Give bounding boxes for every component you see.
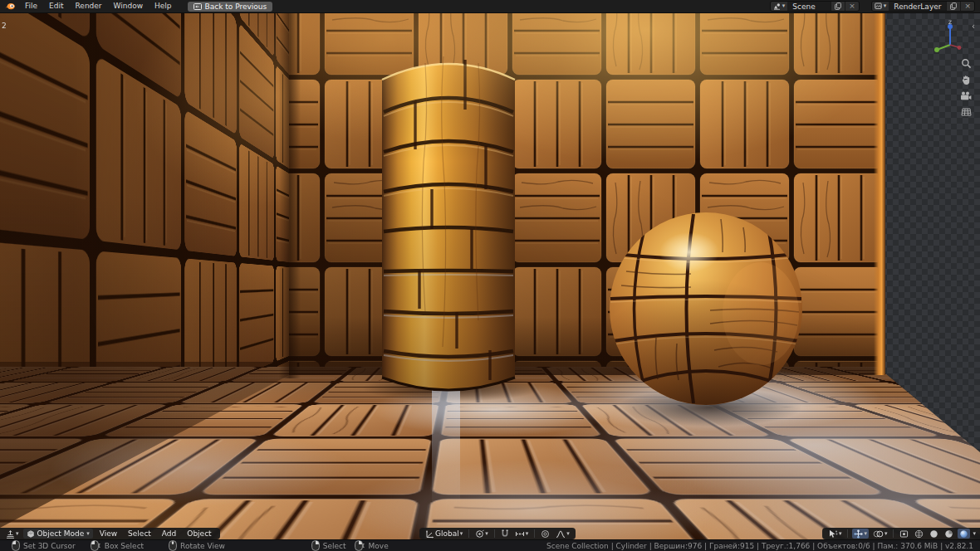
- back-to-previous-button[interactable]: Back to Previous: [188, 2, 273, 12]
- chevron-down-icon: ▾: [566, 531, 570, 537]
- object-visibility-icon: [828, 529, 838, 539]
- chevron-down-icon: ▾: [460, 531, 463, 537]
- cylinder-object[interactable]: [374, 46, 523, 412]
- menu-render[interactable]: Render: [70, 0, 108, 12]
- snap-target-select[interactable]: ▾: [513, 529, 531, 539]
- duplicate-icon: [835, 2, 841, 10]
- hint-rotate-view: Rotate View: [169, 540, 225, 551]
- menu-select[interactable]: Select: [124, 529, 155, 538]
- chevron-down-icon: ▾: [16, 531, 19, 537]
- editor-type-button[interactable]: ▾: [4, 529, 21, 539]
- menu-help[interactable]: Help: [149, 0, 178, 12]
- pivot-point-icon: [475, 529, 484, 539]
- gizmos-toggle[interactable]: ▾: [852, 529, 869, 539]
- hint-select: Select: [311, 540, 346, 551]
- menu-file[interactable]: File: [19, 0, 43, 12]
- sidebar-collapse-arrow[interactable]: ‹: [972, 22, 975, 31]
- overlays-toggle[interactable]: ▾: [871, 529, 889, 539]
- menu-window[interactable]: Window: [108, 0, 149, 12]
- transform-orientation-select[interactable]: Global ▾: [424, 529, 464, 539]
- svg-text:Z: Z: [948, 19, 952, 25]
- menu-view[interactable]: View: [96, 529, 121, 538]
- render-layer-new-button[interactable]: [946, 2, 960, 11]
- back-arrow-icon: [194, 3, 202, 10]
- scene-icon: [773, 2, 781, 10]
- xray-toggle[interactable]: [898, 529, 910, 539]
- menu-object[interactable]: Object: [183, 529, 215, 538]
- camera-view-icon[interactable]: [960, 91, 972, 100]
- editor-3d-viewport-icon: [6, 529, 15, 539]
- viewport-header-right: ▾ ▾ ▾: [822, 528, 980, 539]
- chevron-down-icon: ▾: [526, 531, 529, 537]
- chevron-down-icon: ▾: [485, 531, 488, 537]
- chevron-down-icon: ▾: [782, 3, 786, 9]
- chevron-down-icon: ▾: [884, 3, 887, 9]
- scene-unlink-button[interactable]: ×: [845, 2, 859, 11]
- object-mode-cube-icon: [27, 529, 35, 539]
- close-icon: ×: [964, 2, 971, 10]
- overlays-icon: [873, 529, 884, 539]
- pivot-point-select[interactable]: ▾: [473, 529, 490, 539]
- axes-icon: [425, 529, 434, 539]
- mouse-right-icon: [311, 540, 320, 551]
- gizmos-icon: [854, 529, 863, 539]
- mouse-left-drag-icon: [91, 540, 101, 551]
- hint-set-3d-cursor: Set 3D Cursor: [12, 540, 76, 551]
- snap-increment-icon: [515, 529, 525, 539]
- wireframe-icon: [914, 529, 924, 539]
- navigation-axis-gizmo[interactable]: Z: [933, 18, 972, 60]
- duplicate-icon: [950, 2, 957, 10]
- separator: [847, 529, 848, 538]
- shading-wireframe-button[interactable]: [913, 529, 925, 539]
- magnet-icon: [501, 529, 509, 539]
- shading-options-chevron[interactable]: ▾: [973, 531, 976, 537]
- sphere-object[interactable]: [606, 209, 806, 408]
- rendered-icon: [959, 529, 968, 539]
- scene-browse-button[interactable]: ▾: [771, 2, 788, 11]
- proportional-editing-icon: [541, 529, 550, 539]
- mode-select[interactable]: Object Mode ▾: [23, 529, 93, 539]
- scene-name[interactable]: Scene: [787, 2, 831, 11]
- menu-edit[interactable]: Edit: [43, 0, 69, 12]
- shading-material-button[interactable]: [943, 529, 955, 539]
- hint-box-select: Box Select: [91, 540, 144, 551]
- orientation-label: Global: [435, 529, 459, 538]
- mouse-middle-icon: [169, 540, 177, 551]
- snap-toggle[interactable]: [499, 529, 511, 539]
- mouse-left-icon: [12, 540, 20, 551]
- close-icon: ×: [849, 2, 855, 10]
- scene-selector: ▾ Scene ×: [770, 1, 860, 12]
- render-layer-selector: ▾ RenderLayer ×: [871, 1, 975, 12]
- zoom-icon[interactable]: [961, 58, 972, 69]
- chevron-down-icon: ▾: [864, 531, 867, 537]
- mode-label: Object Mode: [37, 529, 85, 538]
- scene-statistics: Scene Collection | Cylinder | Вершин:976…: [546, 542, 973, 550]
- blender-window: File Edit Render Window Help Back to Pre…: [0, 0, 980, 551]
- viewport-header-middle: Global ▾ ▾ ▾: [419, 528, 576, 539]
- solid-icon: [929, 529, 938, 539]
- separator: [893, 529, 894, 538]
- material-preview-icon: [944, 529, 953, 539]
- pan-hand-icon[interactable]: [961, 75, 972, 85]
- render-layer-name[interactable]: RenderLayer: [889, 2, 946, 11]
- statusbar: Set 3D Cursor Box Select Rotate View Sel…: [0, 539, 980, 551]
- chevron-down-icon: ▾: [839, 531, 842, 537]
- render-layer-remove-button[interactable]: ×: [960, 2, 974, 11]
- blender-logo-icon[interactable]: [5, 2, 16, 11]
- shading-solid-button[interactable]: [928, 529, 940, 539]
- proportional-editing-toggle[interactable]: [539, 529, 551, 539]
- separator: [468, 529, 469, 538]
- render-layer-browse-button[interactable]: ▾: [872, 2, 889, 11]
- render-layer-icon: [875, 2, 882, 10]
- toggle-ortho-icon[interactable]: [961, 106, 972, 116]
- viewport-3d[interactable]: 2 Z: [0, 13, 980, 539]
- object-visibility-select[interactable]: ▾: [826, 529, 844, 539]
- xray-icon: [899, 529, 909, 539]
- frame-overlay-text: 2: [2, 22, 7, 30]
- falloff-select[interactable]: ▾: [554, 529, 571, 539]
- shading-rendered-button[interactable]: [958, 529, 970, 539]
- menu-add[interactable]: Add: [158, 529, 180, 538]
- topbar: File Edit Render Window Help Back to Pre…: [0, 0, 980, 13]
- topbar-right: ▾ Scene × ▾: [770, 1, 975, 12]
- scene-new-button[interactable]: [831, 2, 845, 11]
